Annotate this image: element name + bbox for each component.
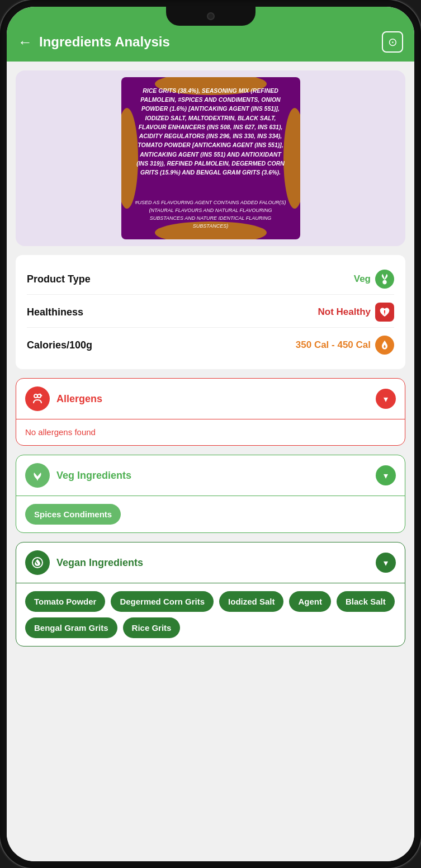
allergens-chevron-button[interactable]: ▾ [376,389,396,409]
vegan-ingredients-section: Vegan Ingredients ▾ Tomato Powder Degerm… [16,542,405,647]
healthiness-value: Not Healthy [318,303,394,322]
veg-ingredients-header-left: Veg Ingredients [25,463,131,488]
vegan-ingredients-header-left: Vegan Ingredients [25,550,143,575]
tag-agent[interactable]: Agent [289,591,331,612]
health-icon [375,303,394,322]
vegan-ingredients-title: Vegan Ingredients [56,557,143,569]
tag-degermed-corn-grits[interactable]: Degermed Corn Grits [111,591,214,612]
allergens-icon [25,386,50,411]
calories-row: Calories/100g 350 Cal - 450 Cal [27,330,394,360]
product-type-text: Veg [354,273,371,285]
phone-frame: ← Ingredients Analysis ⊙ RICE GRITS (38.… [0,0,421,868]
phone-screen: ← Ingredients Analysis ⊙ RICE GRITS (38.… [7,7,414,861]
veg-ingredients-tags: Spices Condiments [25,504,396,525]
vegan-ingredients-body: Tomato Powder Degermed Corn Grits Iodize… [16,583,405,646]
tag-bengal-gram-grits[interactable]: Bengal Gram Grits [25,617,117,638]
veg-ingredients-chevron-button[interactable]: ▾ [376,465,396,485]
veg-icon [375,270,394,289]
tag-rice-grits[interactable]: Rice Grits [123,617,181,638]
ingredients-image-card: RICE GRITS (38.4%), SEASONING MIX (REFIN… [16,70,405,246]
no-allergens-text: No allergens found [25,427,96,437]
vegan-ingredients-chevron-button[interactable]: ▾ [376,553,396,573]
vegan-ingredients-icon [25,550,50,575]
header-left: ← Ingredients Analysis [18,34,170,50]
page-title: Ingredients Analysis [39,34,170,50]
calories-label: Calories/100g [27,339,92,351]
calories-icon [375,336,394,355]
camera-icon: ⊙ [388,35,398,49]
tag-tomato-powder[interactable]: Tomato Powder [25,591,105,612]
allergens-section: Allergens ▾ No allergens found [16,378,405,446]
allergens-header-left: Allergens [25,386,102,411]
ingredients-main-text: RICE GRITS (38.4%), SEASONING MIX (REFIN… [121,77,300,186]
allergens-header[interactable]: Allergens ▾ [16,379,405,419]
vegan-ingredients-tags: Tomato Powder Degermed Corn Grits Iodize… [25,591,396,638]
product-type-value: Veg [354,270,394,289]
veg-ingredients-chevron-icon: ▾ [384,470,388,481]
calories-text: 350 Cal - 450 Cal [296,339,371,351]
healthiness-label: Healthiness [27,306,83,318]
veg-ingredients-section: Veg Ingredients ▾ Spices Condiments [16,455,405,533]
product-info-card: Product Type Veg [16,255,405,369]
healthiness-row: Healthiness Not Healthy [27,297,394,328]
vegan-ingredients-chevron-icon: ▾ [384,558,388,568]
veg-ingredients-header[interactable]: Veg Ingredients ▾ [16,455,405,496]
allergens-body: No allergens found [16,419,405,445]
tag-iodized-salt[interactable]: Iodized Salt [219,591,283,612]
allergens-title: Allergens [56,393,102,405]
product-type-row: Product Type Veg [27,264,394,295]
camera-dot [207,12,215,20]
tag-spices-condiments[interactable]: Spices Condiments [25,504,121,525]
tag-black-salt[interactable]: Black Salt [337,591,395,612]
back-button[interactable]: ← [18,35,32,49]
allergens-chevron-icon: ▾ [384,394,388,404]
ingredients-image: RICE GRITS (38.4%), SEASONING MIX (REFIN… [121,77,300,239]
healthiness-text: Not Healthy [318,306,371,318]
veg-ingredients-title: Veg Ingredients [56,470,131,482]
veg-ingredients-icon [25,463,50,488]
ingredients-text-content: RICE GRITS (38.4%), SEASONING MIX (REFIN… [121,77,300,239]
content-area: RICE GRITS (38.4%), SEASONING MIX (REFIN… [7,62,414,861]
camera-button[interactable]: ⊙ [382,31,403,53]
vegan-ingredients-header[interactable]: Vegan Ingredients ▾ [16,542,405,583]
svg-point-3 [384,314,385,315]
svg-line-6 [40,394,42,396]
product-type-label: Product Type [27,273,91,285]
veg-ingredients-body: Spices Condiments [16,496,405,532]
calories-value: 350 Cal - 450 Cal [296,336,394,355]
notch [166,7,256,26]
ingredients-footnote-text: #USED AS FLAVOURING AGENT CONTAINS ADDED… [121,190,300,239]
